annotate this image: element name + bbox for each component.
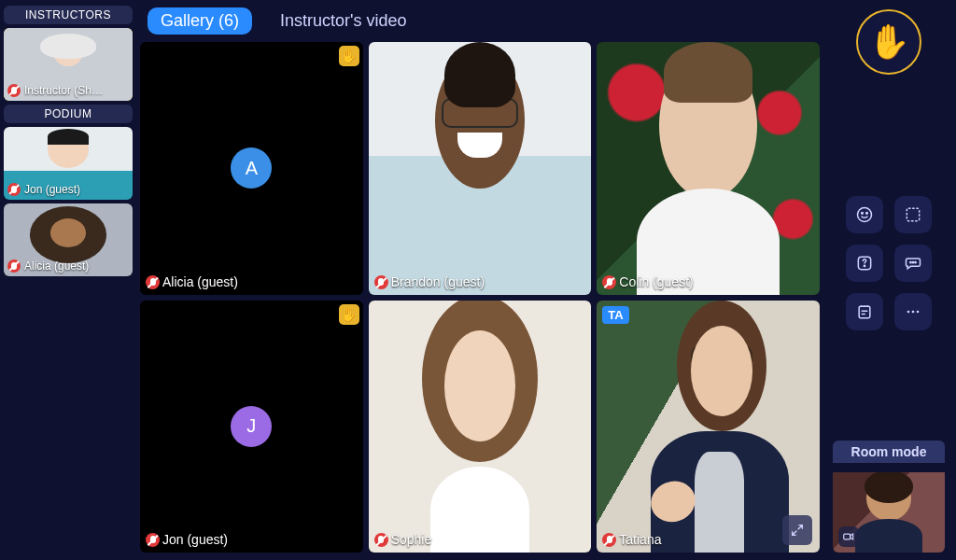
- ta-badge: TA: [602, 306, 628, 324]
- tab-instructor-video[interactable]: Instructor's video: [267, 7, 420, 35]
- notes-button[interactable]: [846, 293, 883, 330]
- tab-gallery[interactable]: Gallery (6): [148, 7, 252, 35]
- participant-name: Instructor (Sh…: [4, 81, 133, 101]
- gallery-tile-colin[interactable]: Colin (guest): [597, 42, 820, 295]
- participant-name: Jon (guest): [4, 180, 133, 200]
- grid-icon: [904, 205, 922, 224]
- more-icon: [904, 302, 922, 321]
- svg-point-0: [858, 208, 872, 222]
- svg-point-5: [864, 265, 865, 266]
- svg-point-12: [917, 311, 920, 314]
- video-feed: [597, 42, 820, 295]
- raised-hand-icon: ✋: [339, 304, 359, 325]
- sidebar: INSTRUCTORS Instructor (Sh… PODIUM Jon (…: [0, 0, 136, 560]
- svg-rect-3: [907, 208, 919, 220]
- svg-rect-13: [844, 534, 851, 539]
- camera-icon: [842, 530, 855, 543]
- chat-button[interactable]: [894, 245, 932, 282]
- sidebar-section-podium-header: PODIUM: [4, 105, 133, 123]
- video-feed: [369, 42, 592, 295]
- gallery-tile-tatiana[interactable]: TA Tatiana: [597, 301, 820, 553]
- expand-icon: [790, 523, 805, 538]
- smile-icon: [855, 205, 874, 224]
- raise-hand-button[interactable]: ✋: [856, 9, 921, 75]
- svg-point-1: [862, 213, 864, 215]
- sidebar-item-alicia[interactable]: Alicia (guest): [4, 203, 133, 276]
- video-feed: [369, 301, 592, 553]
- avatar-initial: A: [231, 147, 272, 189]
- svg-rect-9: [859, 306, 870, 318]
- participant-name: Alicia (guest): [4, 257, 133, 276]
- expand-button[interactable]: [782, 515, 812, 545]
- raised-hand-icon: ✋: [339, 46, 359, 66]
- room-mode-label: Room mode: [833, 441, 945, 463]
- participant-name: Tatiana: [597, 532, 661, 547]
- help-button[interactable]: [846, 245, 883, 282]
- svg-point-8: [915, 262, 916, 263]
- avatar-initial: J: [231, 406, 272, 447]
- right-panel: ✋ Room mode: [825, 0, 956, 560]
- help-icon: [855, 254, 874, 273]
- participant-name: Jon (guest): [140, 532, 228, 547]
- participant-name: Sophie: [369, 532, 432, 547]
- svg-point-2: [866, 213, 868, 215]
- sidebar-section-instructors-header: INSTRUCTORS: [4, 6, 133, 24]
- sidebar-item-instructor[interactable]: Instructor (Sh…: [4, 28, 133, 101]
- gallery-tile-alicia[interactable]: A ✋ Alicia (guest): [140, 42, 363, 295]
- main-area: Gallery (6) Instructor's video A ✋ Alici…: [136, 0, 825, 560]
- gallery-tile-brandon[interactable]: Brandon (guest): [369, 42, 592, 295]
- action-buttons: [846, 196, 932, 330]
- gallery-tile-sophie[interactable]: Sophie: [369, 301, 592, 553]
- participant-name: Colin (guest): [597, 274, 693, 289]
- room-mode-tile[interactable]: [833, 472, 945, 553]
- sidebar-item-jon[interactable]: Jon (guest): [4, 127, 133, 200]
- gallery-tile-jon[interactable]: J ✋ Jon (guest): [140, 301, 363, 553]
- notes-icon: [855, 302, 874, 321]
- participant-name: Brandon (guest): [369, 274, 485, 289]
- svg-point-7: [912, 262, 913, 263]
- svg-point-11: [912, 311, 915, 314]
- camera-button[interactable]: [838, 526, 859, 547]
- svg-point-10: [907, 311, 910, 314]
- participant-name: Alicia (guest): [140, 274, 238, 289]
- gallery-grid: A ✋ Alicia (guest) Brandon (guest) Colin…: [140, 42, 820, 553]
- svg-point-6: [910, 262, 911, 263]
- reactions-button[interactable]: [846, 196, 883, 233]
- chat-icon: [904, 254, 922, 273]
- more-button[interactable]: [894, 293, 932, 330]
- layout-button[interactable]: [894, 196, 932, 233]
- view-tabs: Gallery (6) Instructor's video: [140, 7, 820, 42]
